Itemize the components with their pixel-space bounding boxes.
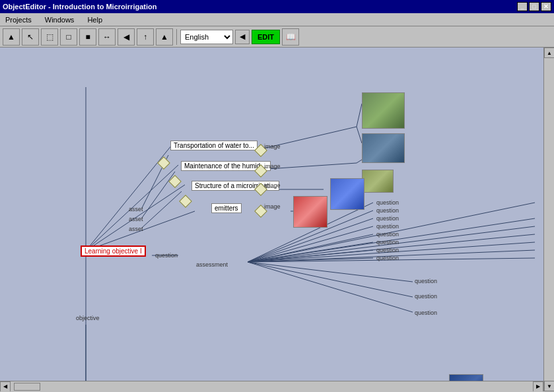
label-image-2: image	[264, 163, 281, 170]
label-question-3: question	[376, 215, 399, 222]
label-image-3: image	[264, 182, 281, 189]
scroll-track	[11, 381, 533, 392]
svg-line-22	[248, 262, 413, 312]
horizontal-scrollbar[interactable]: ◀ ▶	[0, 381, 543, 391]
menu-bar: Projects Windows Help	[0, 13, 554, 26]
title-bar: ObjectEditor - Introduction to Microirri…	[0, 0, 554, 13]
title-bar-buttons: _ □ ✕	[517, 2, 551, 11]
label-assessment: assessment	[196, 261, 228, 268]
image-thumb-1[interactable]	[362, 92, 405, 129]
language-select[interactable]: English	[180, 30, 233, 44]
vertical-scrollbar[interactable]: ▲ ▼	[543, 48, 554, 391]
svg-line-38	[357, 160, 362, 163]
select-tool[interactable]: ↖	[22, 28, 39, 46]
image-thumb-3[interactable]	[362, 170, 394, 193]
svg-line-36	[357, 104, 362, 127]
label-question-8: question	[376, 255, 399, 261]
maximize-button[interactable]: □	[529, 2, 539, 11]
menu-projects[interactable]: Projects	[3, 15, 34, 24]
back-nav[interactable]: ◀	[118, 28, 135, 46]
edit-button[interactable]: EDIT	[252, 30, 280, 44]
label-question-5: question	[376, 231, 399, 238]
image-thumb-2[interactable]	[362, 133, 405, 163]
back-button[interactable]: ▲	[3, 28, 20, 46]
label-asset-2: asset	[129, 216, 143, 222]
label-question-6: question	[376, 239, 399, 245]
label-question-1: question	[376, 199, 399, 206]
fwd-nav[interactable]: ▲	[156, 28, 173, 46]
label-question-2: question	[376, 207, 399, 214]
label-question-4: question	[376, 223, 399, 230]
scroll-right-button[interactable]: ▶	[533, 381, 543, 392]
toolbar: ▲ ↖ ⬚ □ ■ ↔ ◀ ↑ ▲ English ◀ EDIT 📖	[0, 26, 554, 48]
menu-help[interactable]: Help	[85, 15, 105, 24]
close-button[interactable]: ✕	[541, 2, 551, 11]
label-question-11: question	[415, 310, 437, 316]
scroll-up-button[interactable]: ▲	[544, 48, 554, 58]
svg-line-20	[248, 262, 413, 282]
label-asset-1: asset	[129, 206, 143, 212]
canvas-svg	[0, 48, 543, 381]
label-asset-3: asset	[129, 226, 143, 232]
window-title: ObjectEditor - Introduction to Microirri…	[3, 3, 156, 11]
label-question-9: question	[415, 278, 437, 284]
rect-select-tool[interactable]: ⬚	[41, 28, 58, 46]
svg-line-21	[248, 262, 413, 297]
image-thumb-flower[interactable]	[293, 196, 328, 228]
box-tool[interactable]: □	[60, 28, 77, 46]
main-canvas: Transportation of water to... image Main…	[0, 48, 554, 391]
label-question-7: question	[376, 247, 399, 253]
prev-button[interactable]: ◀	[235, 30, 250, 44]
separator	[176, 29, 177, 45]
scroll-thumb[interactable]	[14, 383, 40, 391]
label-question-10: question	[415, 293, 437, 300]
svg-line-37	[357, 127, 362, 143]
node-learning-objective[interactable]: Learning objective I	[81, 245, 146, 257]
image-thumb-plant[interactable]	[330, 178, 364, 210]
label-image-4: image	[264, 203, 281, 210]
menu-windows[interactable]: Windows	[42, 15, 77, 24]
node-transportation[interactable]: Transportation of water to...	[170, 141, 258, 150]
book-icon[interactable]: 📖	[282, 28, 299, 46]
node-emitters[interactable]: emitters	[211, 203, 242, 213]
scroll-left-button[interactable]: ◀	[0, 381, 11, 392]
svg-line-15	[248, 226, 373, 262]
up-arrow[interactable]: ↑	[137, 28, 154, 46]
label-question-lo: question	[155, 252, 178, 259]
label-image-1: image	[264, 143, 281, 150]
link-tool[interactable]: ↔	[98, 28, 116, 46]
minimize-button[interactable]: _	[517, 2, 528, 11]
scroll-down-button[interactable]: ▼	[544, 381, 554, 391]
filled-box-tool[interactable]: ■	[79, 28, 96, 46]
label-objective-1: objective	[76, 315, 100, 321]
